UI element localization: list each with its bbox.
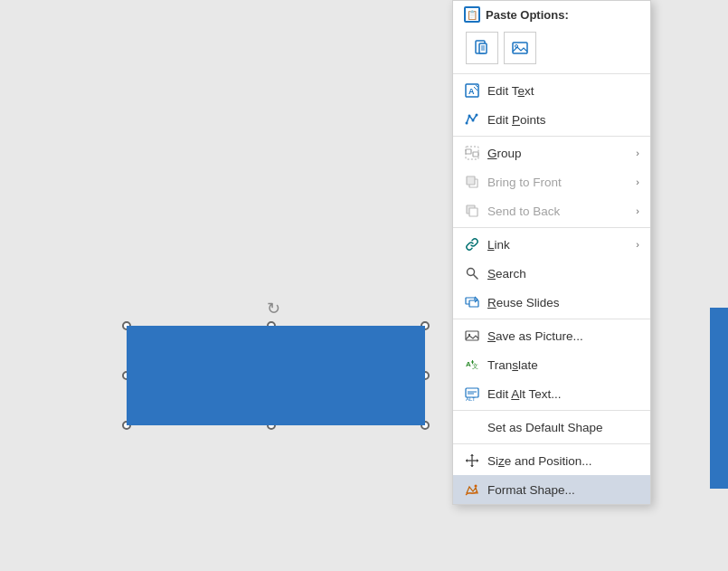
edit-points-icon [464, 111, 480, 128]
group-label: Group [487, 147, 629, 160]
paste-options-header: 📋 Paste Options: [453, 1, 650, 28]
edit-alt-text-label: Edit Alt Text... [487, 387, 639, 401]
edit-text-label: Edit Text [487, 84, 639, 98]
link-icon [464, 236, 480, 252]
svg-rect-21 [469, 208, 477, 216]
divider-after-paste [453, 73, 650, 74]
selected-shape-container: ↻ [109, 308, 443, 443]
paste-options-icon: 📋 [464, 6, 480, 23]
size-position-label: Size and Position... [487, 454, 639, 468]
paste-options-label: Paste Options: [486, 8, 569, 22]
svg-rect-15 [466, 149, 471, 154]
reuse-slides-icon [464, 294, 480, 310]
menu-item-link[interactable]: Link › [453, 230, 650, 259]
paste-keep-source-button[interactable] [466, 32, 498, 64]
menu-item-size-position[interactable]: Size and Position... [453, 446, 650, 475]
menu-item-group[interactable]: Group › [453, 138, 650, 167]
menu-item-bring-to-front[interactable]: Bring to Front › [453, 167, 650, 196]
size-position-icon [464, 452, 480, 469]
svg-rect-16 [473, 152, 478, 157]
svg-text:ALT: ALT [466, 396, 476, 401]
svg-line-9 [474, 87, 477, 90]
group-arrow: › [636, 148, 639, 158]
svg-rect-17 [466, 147, 478, 159]
edit-text-icon: A [464, 82, 480, 99]
save-as-picture-icon [464, 328, 480, 344]
edit-points-label: Edit Points [487, 113, 639, 127]
menu-item-edit-text[interactable]: A Edit Text [453, 76, 650, 105]
svg-text:A: A [466, 360, 471, 368]
reuse-slides-label: Reuse Slides [487, 296, 639, 309]
rotate-handle[interactable]: ↻ [267, 299, 280, 319]
context-menu: 📋 Paste Options: [452, 0, 651, 505]
search-icon [464, 265, 480, 281]
svg-line-23 [474, 275, 478, 280]
bring-to-front-arrow: › [636, 176, 639, 187]
slide-area: ↻ 📋 Paste Options: [0, 0, 728, 571]
send-to-back-arrow: › [636, 205, 639, 216]
link-label: Link [487, 238, 629, 252]
save-as-picture-label: Save as Picture... [487, 329, 639, 343]
link-arrow: › [636, 239, 639, 250]
search-label: Search [487, 267, 639, 281]
set-default-shape-label: Set as Default Shape [487, 421, 639, 434]
menu-item-edit-points[interactable]: Edit Points [453, 105, 650, 134]
menu-item-reuse-slides[interactable]: Reuse Slides [453, 288, 650, 317]
svg-point-14 [476, 114, 478, 117]
svg-point-38 [475, 485, 477, 488]
right-partial-shape [710, 308, 728, 489]
send-to-back-icon [464, 203, 480, 219]
divider-after-alt-text [453, 410, 650, 411]
menu-item-edit-alt-text[interactable]: ALT Edit Alt Text... [453, 379, 650, 408]
paste-icons-row [453, 28, 650, 71]
svg-rect-25 [469, 300, 478, 307]
translate-label: Translate [487, 358, 639, 372]
menu-item-set-default-shape[interactable]: Set as Default Shape [453, 413, 650, 442]
svg-line-10 [476, 85, 477, 87]
bring-to-front-icon [464, 174, 480, 190]
svg-text:A: A [468, 87, 475, 96]
paste-picture-button[interactable] [504, 32, 536, 64]
svg-point-12 [468, 115, 471, 118]
divider-after-reuse [453, 319, 650, 319]
format-shape-icon [464, 481, 480, 498]
menu-item-search[interactable]: Search [453, 259, 650, 288]
svg-text:文: 文 [472, 363, 478, 369]
svg-rect-19 [467, 176, 475, 185]
menu-item-save-as-picture[interactable]: Save as Picture... [453, 321, 650, 350]
format-shape-label: Format Shape... [487, 483, 639, 497]
svg-point-11 [466, 122, 468, 125]
bring-to-front-label: Bring to Front [487, 176, 629, 189]
translate-icon: A 文 [464, 357, 480, 373]
menu-item-translate[interactable]: A 文 Translate [453, 350, 650, 379]
edit-alt-text-icon: ALT [464, 385, 480, 402]
svg-rect-5 [513, 43, 527, 53]
svg-point-13 [472, 119, 475, 122]
divider-after-edit [453, 136, 650, 137]
set-default-shape-icon [464, 419, 480, 435]
svg-rect-26 [466, 331, 478, 340]
send-to-back-label: Send to Back [487, 205, 629, 218]
blue-rectangle-shape [127, 326, 425, 425]
divider-after-ordering [453, 227, 650, 228]
divider-after-default [453, 443, 650, 444]
menu-item-format-shape[interactable]: Format Shape... [453, 475, 650, 504]
group-icon [464, 145, 480, 161]
menu-item-send-to-back[interactable]: Send to Back › [453, 196, 650, 225]
